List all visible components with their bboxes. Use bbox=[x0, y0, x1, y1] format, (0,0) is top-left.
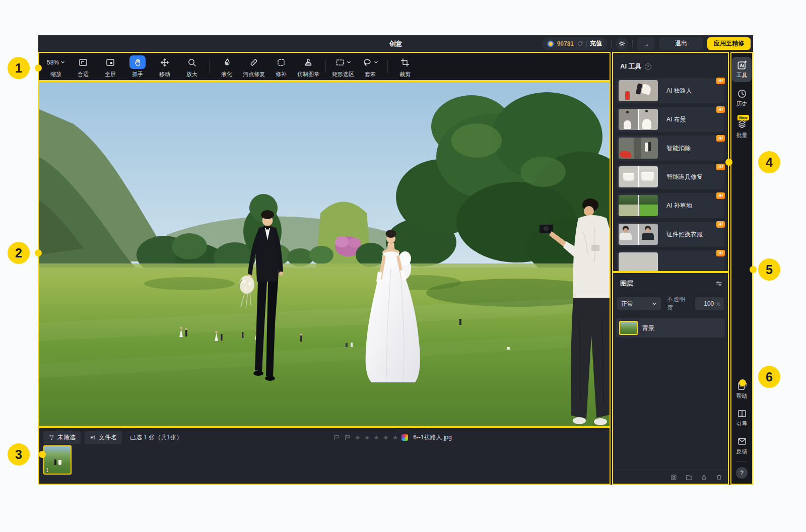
layer-controls: 正常 不透明度 100 % bbox=[612, 292, 729, 312]
ai-item-prop-repair[interactable]: 智能道具修复 AI bbox=[617, 164, 724, 189]
ai-item-remove-passersby[interactable]: AI 祛路人 AI bbox=[617, 78, 724, 103]
info-icon[interactable]: ? bbox=[645, 63, 651, 70]
filmstrip-controls: 未筛选 文件名 已选 1 张（共1张） bbox=[43, 431, 182, 444]
layer-thumbnail bbox=[619, 321, 638, 335]
sidebar-item-guide[interactable]: 引导 bbox=[730, 408, 753, 428]
file-meta-row: ★ ★ ★ ★ ★ 6--1祛路人.jpg bbox=[332, 431, 452, 444]
tool-fit[interactable]: 合适 bbox=[70, 55, 97, 78]
layer-settings-icon[interactable] bbox=[715, 280, 723, 288]
history-clock-icon bbox=[736, 88, 748, 99]
star-icon[interactable]: ★ bbox=[373, 434, 379, 441]
tool-liquify[interactable]: 液化 bbox=[213, 55, 240, 78]
filter-button[interactable]: 未筛选 bbox=[43, 431, 81, 444]
tool-spot-heal[interactable]: 污点修复 bbox=[240, 55, 267, 78]
tool-hand[interactable]: 抓手 bbox=[124, 55, 151, 78]
tool-crop[interactable]: 裁剪 bbox=[391, 55, 419, 78]
layers-title: 图层 bbox=[620, 279, 633, 288]
coin-icon bbox=[547, 40, 554, 47]
chevron-down-icon[interactable] bbox=[374, 60, 378, 64]
spot-heal-icon bbox=[249, 57, 259, 68]
folder-icon[interactable] bbox=[685, 474, 693, 481]
separator bbox=[632, 40, 633, 47]
zoom-value: 58% bbox=[47, 59, 59, 66]
annotation-dot-6 bbox=[739, 379, 746, 386]
flag-icon[interactable] bbox=[332, 434, 340, 441]
tool-move[interactable]: 移动 bbox=[151, 55, 178, 78]
annotation-dot-3 bbox=[39, 451, 46, 458]
tool-zoom-level[interactable]: 58% 缩放 bbox=[42, 55, 70, 78]
tool-rect-select[interactable]: 矩形选区 bbox=[329, 55, 357, 78]
sidebar-item-feedback[interactable]: 反馈 bbox=[730, 436, 753, 455]
ai-item-thumbnail bbox=[619, 195, 658, 216]
ai-tools-list: AI 祛路人 AI AI 布景 AI 智能消除 AI 智能道具修复 AI bbox=[612, 78, 729, 272]
duplicate-layer-icon[interactable] bbox=[670, 474, 678, 481]
annotation-dot-2 bbox=[35, 249, 42, 256]
annotation-dot-4 bbox=[725, 159, 732, 166]
annotation-circle-1: 1 bbox=[8, 57, 30, 79]
star-icon[interactable]: ★ bbox=[364, 434, 370, 441]
chevron-down-icon[interactable] bbox=[347, 60, 351, 64]
tool-patch[interactable]: 修补 bbox=[267, 55, 295, 78]
chevron-down-icon bbox=[60, 60, 65, 64]
tool-lasso[interactable]: 套索 bbox=[357, 55, 384, 78]
credits-pill[interactable]: 90781 充值 bbox=[542, 37, 607, 50]
photo-canvas[interactable] bbox=[38, 81, 611, 427]
star-icon[interactable]: ★ bbox=[392, 434, 398, 441]
ai-tools-panel: AI 工具 ? AI 祛路人 AI AI 布景 AI 智能消除 AI bbox=[612, 52, 729, 272]
annotation-dot-5 bbox=[750, 266, 757, 273]
app-window: 创意 90781 充值 → 退出 应用至精修 bbox=[38, 35, 753, 485]
settings-button[interactable] bbox=[616, 37, 628, 50]
sort-by-filename-button[interactable]: 文件名 bbox=[85, 431, 122, 444]
annotation-circle-2: 2 bbox=[8, 242, 30, 264]
layer-row-background[interactable]: 背景 bbox=[616, 318, 725, 338]
lock-icon[interactable] bbox=[700, 474, 708, 481]
forward-arrow-button[interactable]: → bbox=[637, 37, 655, 50]
chevron-down-icon bbox=[652, 301, 657, 306]
gear-icon bbox=[618, 40, 626, 47]
annotation-circle-5: 5 bbox=[758, 258, 780, 281]
tool-clone-stamp[interactable]: 仿制图章 bbox=[295, 55, 322, 78]
recharge-button[interactable]: 充值 bbox=[590, 39, 602, 48]
active-tool-highlight bbox=[129, 55, 146, 69]
trash-icon[interactable] bbox=[715, 474, 723, 481]
move-icon bbox=[160, 57, 170, 68]
filmstrip-thumbnail[interactable]: 1 bbox=[43, 445, 72, 475]
ai-badge: AI bbox=[716, 192, 725, 199]
ai-item-scene-setting[interactable]: AI 布景 AI bbox=[617, 107, 724, 132]
star-icon[interactable]: ★ bbox=[383, 434, 389, 441]
thumbnail-index: 1 bbox=[46, 468, 49, 473]
star-icon[interactable]: ★ bbox=[355, 434, 361, 441]
topbar-actions: 90781 充值 → 退出 应用至精修 bbox=[542, 37, 751, 50]
sort-icon bbox=[90, 434, 96, 441]
opacity-unit: % bbox=[715, 301, 720, 307]
ai-item-id-photo-clothes[interactable]: 证件照换衣服 AI bbox=[617, 222, 724, 247]
ai-item-thumbnail bbox=[619, 109, 658, 130]
exit-button[interactable]: 退出 bbox=[659, 37, 703, 50]
flag-reject-icon[interactable] bbox=[344, 434, 351, 441]
ai-badge: AI bbox=[716, 78, 725, 84]
selection-count: 已选 1 张（共1张） bbox=[130, 433, 182, 442]
sidebar-item-batch[interactable]: New 批量 bbox=[730, 118, 753, 139]
refresh-icon[interactable] bbox=[577, 40, 583, 47]
guide-book-icon bbox=[736, 408, 748, 419]
patch-icon bbox=[276, 57, 286, 68]
layers-panel: 图层 正常 不透明度 100 % 背景 bbox=[612, 272, 729, 485]
ai-item-fill-grass[interactable]: AI 补草地 AI bbox=[617, 193, 724, 218]
sidebar-divider bbox=[736, 461, 747, 461]
help-circle-button[interactable]: ? bbox=[736, 467, 748, 479]
apply-to-retouch-button[interactable]: 应用至精修 bbox=[707, 37, 751, 50]
sidebar-item-history[interactable]: 历史 bbox=[730, 88, 753, 108]
fit-icon bbox=[78, 57, 88, 68]
ai-item-smart-erase[interactable]: 智能消除 AI bbox=[617, 136, 724, 161]
tool-zoom-in[interactable]: 放大 bbox=[178, 55, 206, 78]
ai-item-partial[interactable]: AI bbox=[617, 250, 724, 272]
tool-fullscreen[interactable]: 全屏 bbox=[97, 55, 124, 78]
ai-item-thumbnail bbox=[619, 80, 658, 101]
opacity-input[interactable]: 100 % bbox=[695, 297, 724, 310]
ai-badge: AI bbox=[716, 164, 725, 170]
ai-tools-icon bbox=[736, 59, 748, 71]
pill-divider bbox=[586, 41, 587, 47]
sidebar-item-tools[interactable]: 工具 bbox=[732, 57, 752, 82]
color-label-icon[interactable] bbox=[401, 434, 408, 441]
blend-mode-select[interactable]: 正常 bbox=[617, 297, 661, 310]
